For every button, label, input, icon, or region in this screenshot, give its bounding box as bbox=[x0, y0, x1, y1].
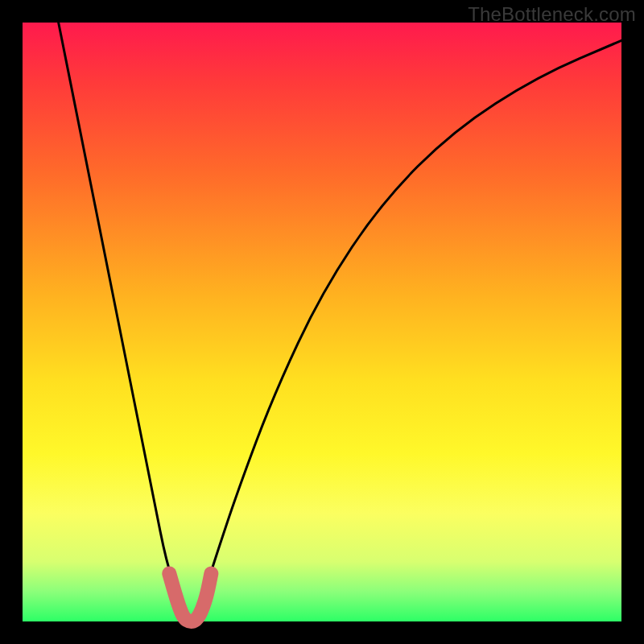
bottleneck-curve bbox=[59, 23, 621, 621]
valley-highlight bbox=[169, 573, 211, 621]
watermark-text: TheBottleneck.com bbox=[468, 3, 636, 26]
chart-svg bbox=[23, 23, 621, 621]
